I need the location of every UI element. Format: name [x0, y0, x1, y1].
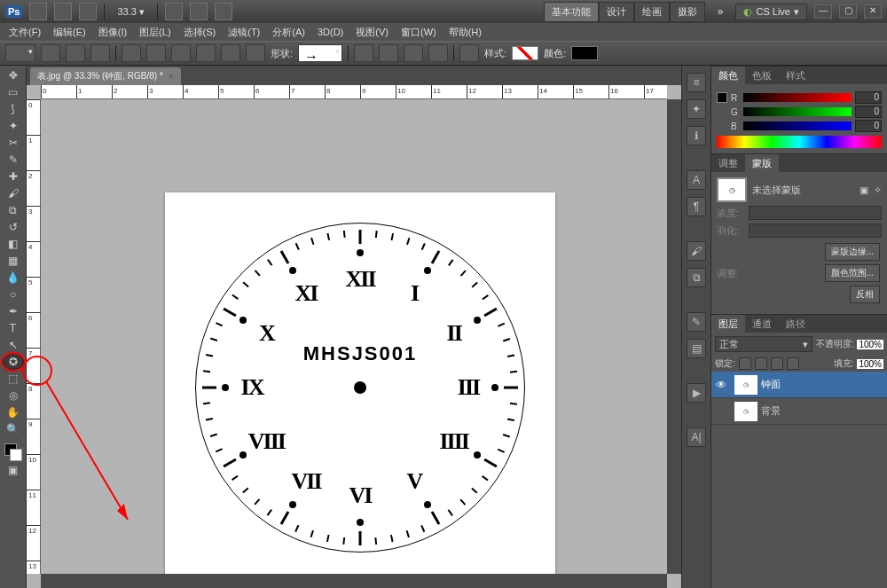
scrollbar-vertical[interactable] [667, 99, 681, 574]
lock-pixels-icon[interactable] [755, 357, 767, 370]
vector-mask-icon[interactable]: ✧ [874, 184, 882, 196]
align-icon[interactable] [459, 44, 479, 62]
menu-help[interactable]: 帮助(H) [444, 24, 487, 41]
style-picker[interactable] [512, 46, 538, 60]
b-value[interactable]: 0 [855, 120, 882, 132]
tab-channels[interactable]: 通道 [745, 315, 779, 333]
workspace-tab-design[interactable]: 设计 [599, 2, 634, 22]
scrollbar-horizontal[interactable] [41, 574, 667, 588]
combine-subtract-icon[interactable] [379, 44, 398, 62]
lock-position-icon[interactable] [771, 357, 783, 370]
paragraph-styles-panel-icon[interactable]: A| [687, 427, 706, 447]
layer-name[interactable]: 钟面 [761, 378, 781, 391]
zoom-tool[interactable]: 🔍 [3, 421, 24, 437]
zoom-display[interactable]: 33.3 ▾ [112, 6, 149, 18]
lasso-tool[interactable]: ⟆ [3, 101, 24, 117]
launch-minibridge-icon[interactable] [54, 3, 72, 20]
document-tab[interactable]: 表.jpg @ 33.3% (钟面, RGB/8) *× [30, 67, 181, 85]
canvas-background[interactable]: MHSJS001 XIIIIIIIIIIIIVVIVIIVIIIIXXXI [41, 99, 667, 574]
brush-panel-icon[interactable]: 🖌 [687, 241, 706, 261]
gradient-tool[interactable]: ▦ [3, 253, 24, 269]
tool-presets-panel-icon[interactable]: ✎ [687, 312, 706, 332]
mask-thumbnail[interactable]: ◷ [717, 177, 747, 202]
quick-mask-toggle[interactable]: ▣ [3, 462, 24, 478]
combine-exclude-icon[interactable] [428, 44, 448, 62]
marquee-tool[interactable]: ▭ [3, 84, 24, 100]
combine-intersect-icon[interactable] [404, 44, 423, 62]
hand-tool[interactable]: ✋ [3, 404, 24, 420]
invert-button[interactable]: 反相 [850, 286, 880, 303]
paragraph-panel-icon[interactable]: ¶ [687, 197, 706, 216]
window-minimize-button[interactable]: — [814, 4, 832, 19]
combine-add-icon[interactable] [354, 44, 373, 62]
color-swatch-toggle[interactable] [717, 92, 727, 103]
navigator-panel-icon[interactable]: ✦ [687, 99, 706, 119]
layer-thumbnail[interactable]: ◷ [734, 402, 757, 421]
clone-stamp-tool[interactable]: ⧉ [3, 202, 24, 218]
lock-all-icon[interactable] [787, 357, 799, 370]
quick-select-tool[interactable]: ✦ [3, 118, 24, 134]
hand-icon[interactable] [165, 3, 183, 20]
mask-edge-button[interactable]: 蒙版边缘... [825, 243, 880, 261]
screen-mode-icon[interactable] [215, 3, 232, 20]
lock-transparency-icon[interactable] [739, 357, 751, 370]
menu-edit[interactable]: 编辑(E) [48, 24, 91, 41]
pixel-mask-icon[interactable]: ▣ [860, 184, 868, 196]
tab-paths[interactable]: 路径 [779, 315, 812, 333]
layer-row[interactable]: 👁 ◷ 钟面 [711, 372, 887, 398]
menu-window[interactable]: 窗口(W) [396, 24, 442, 41]
foreground-background-colors[interactable] [3, 442, 24, 461]
menu-3d[interactable]: 3D(D) [312, 25, 349, 39]
r-value[interactable]: 0 [855, 91, 882, 104]
opacity-value[interactable]: 100% [857, 340, 883, 349]
character-panel-icon[interactable]: A [687, 170, 706, 190]
clone-source-panel-icon[interactable]: ⧉ [687, 268, 706, 287]
color-range-button[interactable]: 颜色范围... [825, 264, 880, 282]
layer-comps-panel-icon[interactable]: ▤ [687, 339, 706, 358]
r-slider[interactable] [743, 93, 852, 102]
tab-layers[interactable]: 图层 [711, 315, 745, 333]
line-shape-icon[interactable] [221, 44, 240, 62]
rectangle-shape-icon[interactable] [122, 44, 141, 62]
shape-color-swatch[interactable] [571, 46, 598, 60]
blur-tool[interactable]: 💧 [3, 270, 24, 286]
polygon-shape-icon[interactable] [196, 44, 216, 62]
more-workspaces-icon[interactable]: » [712, 5, 729, 18]
eyedropper-tool[interactable]: ✎ [3, 152, 24, 168]
feather-field[interactable] [749, 223, 882, 238]
history-brush-tool[interactable]: ↺ [3, 219, 24, 235]
window-maximize-button[interactable]: ▢ [839, 4, 857, 19]
menu-select[interactable]: 选择(S) [178, 24, 222, 41]
b-slider[interactable] [743, 122, 852, 130]
density-field[interactable] [749, 206, 882, 220]
visibility-eye-icon[interactable]: 👁 [711, 379, 731, 391]
3d-tool[interactable]: ⬚ [3, 371, 24, 387]
view-extras-icon[interactable] [79, 3, 97, 20]
window-close-button[interactable]: ✕ [864, 4, 882, 19]
eraser-tool[interactable]: ◧ [3, 236, 24, 252]
menu-filter[interactable]: 滤镜(T) [223, 24, 265, 41]
fill-pixels-mode-icon[interactable] [90, 44, 110, 62]
fill-value[interactable]: 100% [857, 359, 883, 369]
workspace-tab-photography[interactable]: 摄影 [670, 2, 705, 22]
g-value[interactable]: 0 [855, 106, 882, 118]
tab-masks[interactable]: 蒙版 [745, 154, 779, 172]
custom-shape-icon[interactable] [246, 44, 265, 62]
healing-brush-tool[interactable]: ✚ [3, 169, 24, 184]
brush-tool[interactable]: 🖌 [3, 185, 24, 201]
menu-analysis[interactable]: 分析(A) [267, 24, 310, 41]
tab-adjustments[interactable]: 调整 [711, 154, 745, 172]
ellipse-shape-icon[interactable] [171, 44, 191, 62]
blend-mode-dropdown[interactable]: 正常▾ [715, 336, 812, 352]
type-tool[interactable]: T [3, 320, 24, 336]
tool-preset-picker[interactable] [5, 44, 35, 62]
move-tool[interactable]: ✥ [3, 67, 24, 83]
menu-layer[interactable]: 图层(L) [134, 24, 176, 41]
ruler-vertical[interactable]: 0123456789101112131415161718 [27, 99, 41, 574]
info-panel-icon[interactable]: ℹ [687, 126, 706, 145]
color-spectrum[interactable] [717, 136, 882, 148]
custom-shape-picker[interactable]: → [298, 44, 342, 62]
tab-color[interactable]: 颜色 [711, 67, 745, 84]
workspace-tab-painting[interactable]: 绘画 [634, 2, 670, 22]
cslive-button[interactable]: ◐CS Live ▾ [735, 4, 807, 20]
